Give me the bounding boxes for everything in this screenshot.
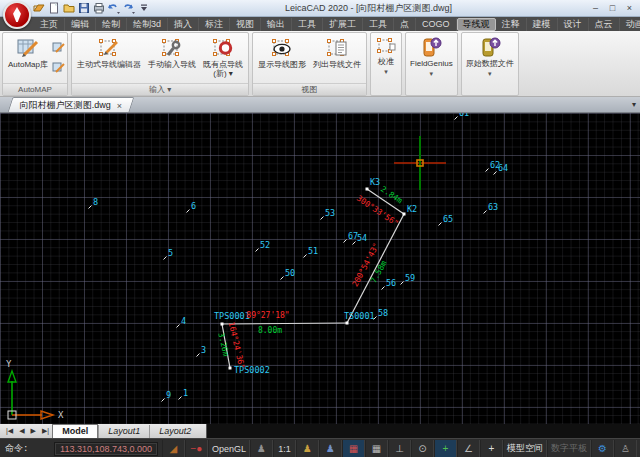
ribbon-tab-18[interactable]: 点云: [589, 18, 620, 31]
point-marker-50: [281, 277, 284, 280]
layout-tab-Model[interactable]: Model: [52, 424, 98, 438]
layout-nav-2[interactable]: ▶: [28, 427, 39, 435]
ribbon-tab-2[interactable]: 编辑: [65, 18, 96, 31]
ribbon-tab-1[interactable]: 主页: [34, 18, 65, 31]
point-label-61: 61: [459, 113, 469, 118]
annotation-visibility-icon[interactable]: ♟: [296, 440, 319, 457]
undo-icon[interactable]: [107, 2, 120, 14]
open-file-icon[interactable]: [62, 2, 75, 14]
app-logo-icon[interactable]: [3, 1, 31, 29]
ribbon-button-既有点导线[interactable]: 既有点导线(新) ▾: [200, 34, 246, 82]
ribbon-tab-12[interactable]: 点: [394, 18, 416, 31]
plot-icon[interactable]: [92, 2, 105, 14]
ribbon-tab-10[interactable]: 扩展工: [323, 18, 363, 31]
ribbon-panel-label: 校准: [378, 57, 394, 66]
hardware-toggle-icon[interactable]: −●: [185, 440, 208, 457]
ribbon-tab-7[interactable]: 视图: [230, 18, 261, 31]
dropdown-caret-icon[interactable]: ▾: [488, 69, 492, 78]
redo-icon[interactable]: [122, 2, 135, 14]
opengl-button[interactable]: OpenGL: [208, 440, 250, 457]
digitizer-button[interactable]: 数字平板: [547, 440, 591, 457]
gpu-performance-icon[interactable]: ◢: [162, 440, 185, 457]
ribbon-button-label: AutoMap库: [8, 60, 48, 69]
grid-icon[interactable]: ▦: [365, 440, 388, 457]
point-marker-1: [179, 397, 182, 400]
crosshair-icon[interactable]: +: [480, 440, 503, 457]
ribbon-tab-17[interactable]: 设计: [558, 18, 589, 31]
dropdown-caret-icon[interactable]: ▾: [384, 67, 388, 76]
point-label-65: 65: [443, 214, 453, 224]
dropdown-caret-icon[interactable]: ▾: [430, 69, 434, 78]
layout-nav-0[interactable]: |◀: [3, 427, 16, 435]
ribbon-tab-4[interactable]: 绘制3d: [127, 18, 168, 31]
ribbon-tab-15[interactable]: 注释: [496, 18, 527, 31]
ribbon-tab-9[interactable]: 工具: [292, 18, 323, 31]
ribbon-button-显示导线图形[interactable]: 显示导线图形: [255, 34, 309, 82]
voice-icon[interactable]: ♙: [614, 440, 637, 457]
ribbon-button-手动输入导线[interactable]: 手动输入导线: [145, 34, 199, 82]
command-prompt[interactable]: 命令:: [5, 442, 28, 455]
polar-tracking-icon[interactable]: ⊙: [411, 440, 434, 457]
point-label-50: 50: [285, 268, 295, 278]
ucs-x-label: X: [58, 410, 64, 420]
ribbon-tab-19[interactable]: 动画: [620, 18, 640, 31]
save-icon[interactable]: [77, 2, 90, 14]
ribbon-button-主动式导线编辑器[interactable]: 主动式导线编辑器: [74, 34, 144, 82]
point-label-5: 5: [168, 248, 173, 258]
ribbon-button-AutoMap库[interactable]: AutoMap库: [5, 34, 51, 82]
point-marker-6: [187, 210, 190, 213]
traverse-segment-TS0001-TPS0001: [222, 323, 347, 324]
layout-nav-3[interactable]: ▶|: [39, 427, 52, 435]
layout-tab-Layout1[interactable]: Layout1: [98, 425, 149, 438]
document-tab-bar: 向阳村棚户区测图.dwg × ▾: [0, 97, 640, 113]
ribbon-tab-8[interactable]: 输出: [261, 18, 292, 31]
ribbon-button-列出导线文件[interactable]: 列出导线文件: [310, 34, 364, 82]
angle-icon[interactable]: ∠: [457, 440, 480, 457]
point-label-52: 52: [260, 240, 270, 250]
annotation-monitor-icon[interactable]: ♟: [250, 440, 273, 457]
model-space-button[interactable]: 模型空间: [503, 440, 547, 457]
settings-gear-icon[interactable]: ⚙: [591, 440, 614, 457]
ribbon-tab-5[interactable]: 插入: [168, 18, 199, 31]
dimension-label: 2.84m: [379, 184, 404, 205]
document-tab[interactable]: 向阳村棚户区测图.dwg ×: [8, 97, 135, 112]
layout-nav-1[interactable]: ◀: [16, 427, 27, 435]
station-marker-TS0001: [346, 322, 349, 325]
station-label-K3: K3: [370, 177, 380, 187]
minimize-button[interactable]: –: [587, 2, 604, 15]
point-label-51: 51: [308, 246, 318, 256]
ribbon-panel-button-校准[interactable]: 校准▾: [370, 32, 402, 96]
ribbon-tab-16[interactable]: 建模: [527, 18, 558, 31]
ortho-icon[interactable]: ⊥: [388, 440, 411, 457]
ribbon-button-label: 列出导线文件: [313, 60, 361, 69]
drawing-canvas[interactable]: K3K2TS0001TPS0001TPS0002300°33'56"2.84m2…: [0, 113, 640, 424]
automap-small-1-icon[interactable]: [52, 39, 65, 57]
automap-small-2-icon[interactable]: [52, 59, 65, 77]
open-drawing-icon[interactable]: [32, 2, 45, 14]
ribbon-panel-button-原始数据文件[interactable]: 原始数据文件▾: [461, 32, 519, 96]
annotation-auto-add-icon[interactable]: ♟: [319, 440, 342, 457]
snap-icon[interactable]: ▦: [342, 440, 365, 457]
ribbon-tab-14[interactable]: 导线观: [457, 18, 496, 31]
osnap-icon[interactable]: +: [434, 440, 457, 457]
ribbon-panel-button-FieldGenius[interactable]: FieldGenius▾: [405, 32, 458, 96]
point-marker-3: [197, 354, 200, 357]
station-marker-TPS0001: [221, 323, 224, 326]
maximize-button[interactable]: □: [604, 2, 621, 15]
point-label-56: 56: [386, 278, 396, 288]
new-file-icon[interactable]: [47, 2, 60, 14]
layout-tab-bar: |◀◀▶▶|ModelLayout1Layout2: [0, 424, 640, 438]
annotation-scale-button[interactable]: 1:1: [273, 440, 296, 457]
ribbon-tab-11[interactable]: 工具: [363, 18, 394, 31]
station-marker-K2: [403, 213, 406, 216]
station-label-TPS0001: TPS0001: [214, 311, 250, 321]
qat-customize-icon[interactable]: [137, 2, 150, 14]
tab-overflow-button[interactable]: ▾: [632, 100, 636, 109]
ribbon-tab-3[interactable]: 绘制: [96, 18, 127, 31]
point-label-3: 3: [201, 345, 206, 355]
document-close-icon[interactable]: ×: [117, 100, 122, 110]
ribbon-tab-13[interactable]: COGO: [416, 18, 457, 31]
layout-tab-Layout2[interactable]: Layout2: [149, 425, 200, 438]
ribbon-tab-6[interactable]: 标注: [199, 18, 230, 31]
close-button[interactable]: ×: [621, 2, 638, 15]
